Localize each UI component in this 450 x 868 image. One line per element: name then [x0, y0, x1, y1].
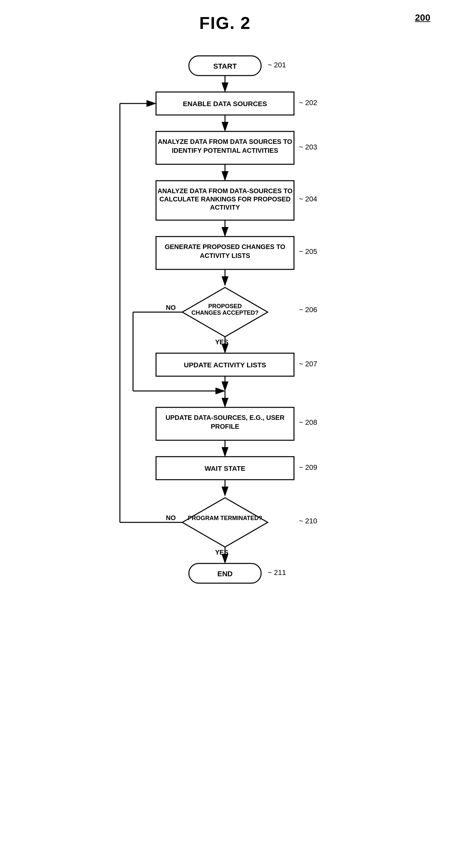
yes-label-206: YES: [215, 338, 228, 346]
end-label: END: [218, 570, 232, 578]
step-204: ~ 204: [299, 195, 317, 203]
node-205-label-1: GENERATE PROPOSED CHANGES TO: [165, 243, 285, 250]
step-206: ~ 206: [299, 306, 317, 314]
step-208: ~ 208: [299, 418, 317, 427]
node-203-label-2: IDENTIFY POTENTIAL ACTIVITIES: [172, 147, 278, 154]
step-203: ~ 203: [299, 143, 317, 151]
node-210-diamond: [182, 498, 268, 547]
no-label-210: NO: [166, 514, 176, 521]
figure-number: 200: [415, 12, 430, 23]
node-203-label-1: ANALYZE DATA FROM DATA SOURCES TO: [158, 138, 292, 145]
node-208-label-2: PROFILE: [211, 423, 239, 430]
node-206-label-2: CHANGES ACCEPTED?: [192, 309, 258, 316]
yes-label-210: YES: [215, 549, 228, 556]
step-205: ~ 205: [299, 247, 317, 256]
step-207: ~ 207: [299, 360, 317, 368]
node-205-label-2: ACTIVITY LISTS: [200, 252, 250, 259]
node-204-label-2: CALCULATE RANKINGS FOR PROPOSED: [159, 195, 291, 203]
step-202: ~ 202: [299, 99, 317, 107]
node-202-label: ENABLE DATA SOURCES: [183, 100, 267, 107]
figure-title: FIG. 2: [199, 13, 251, 33]
node-204-label-3: ACTIVITY: [210, 204, 240, 211]
flowchart-svg: START ~ 201 ENABLE DATA SOURCES ~ 202 AN…: [100, 43, 350, 848]
step-209: ~ 209: [299, 463, 317, 471]
node-208-label-1: UPDATE DATA-SOURCES, E.G., USER: [165, 414, 285, 421]
node-204-label-1: ANALYZE DATA FROM DATA-SOURCES TO: [157, 187, 292, 194]
node-210-label-1: PROGRAM TERMINATED?: [188, 515, 262, 521]
step-201: ~ 201: [268, 61, 286, 69]
step-210: ~ 210: [299, 517, 317, 525]
no-label-206: NO: [166, 304, 176, 311]
node-206-label-1: PROPOSED: [208, 303, 242, 309]
start-label: START: [213, 62, 237, 70]
node-209-label: WAIT STATE: [205, 465, 245, 472]
page-container: FIG. 2 200 START ~ 201 ENABLE DATA SOURC…: [0, 0, 450, 868]
node-207-label: UPDATE ACTIVITY LISTS: [184, 361, 266, 369]
step-211: ~ 211: [268, 568, 286, 577]
